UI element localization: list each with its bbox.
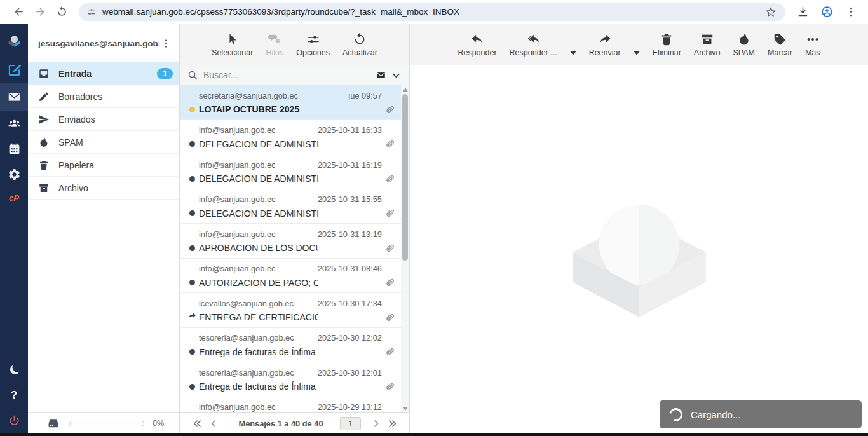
pagination-summary: Mensajes 1 a 40 de 40 bbox=[222, 419, 340, 428]
folder-item[interactable]: Enviados bbox=[28, 108, 179, 131]
trash-icon bbox=[38, 159, 50, 171]
reply-all-menu-button[interactable] bbox=[570, 50, 576, 55]
star-icon bbox=[765, 6, 776, 18]
folder-item[interactable]: SPAM bbox=[28, 131, 179, 154]
message-row[interactable]: info@sanjuan.gob.ec 2025-10-31 08:46 AUT… bbox=[180, 259, 401, 294]
scroll-up-button[interactable] bbox=[403, 88, 408, 92]
search-scope-button[interactable] bbox=[372, 68, 389, 82]
delete-button[interactable]: Eliminar bbox=[653, 32, 681, 57]
forward-menu-button[interactable] bbox=[634, 50, 640, 55]
threads-button[interactable]: Hilos bbox=[266, 32, 283, 57]
select-button[interactable]: Seleccionar bbox=[212, 32, 253, 57]
more-button[interactable]: Más bbox=[805, 32, 820, 57]
search-icon bbox=[187, 70, 198, 81]
bookmark-button[interactable] bbox=[761, 4, 780, 20]
rail-settings-button[interactable] bbox=[0, 161, 28, 187]
help-button[interactable]: ? bbox=[0, 383, 28, 408]
download-button[interactable] bbox=[793, 3, 812, 22]
folder-item[interactable]: Papelera bbox=[28, 154, 179, 177]
message-status bbox=[185, 379, 199, 394]
first-page-button[interactable] bbox=[189, 416, 205, 431]
list-scrollbar bbox=[401, 85, 409, 413]
message-row[interactable]: tesoreria@sanjuan.gob.ec 2025-10-30 12:0… bbox=[180, 328, 401, 363]
quota-bar: 0% bbox=[28, 412, 179, 433]
rail-contacts-button[interactable] bbox=[0, 111, 28, 136]
chevron-left-icon bbox=[209, 419, 219, 428]
folder-item[interactable]: Archivo bbox=[28, 177, 179, 200]
forward-icon bbox=[34, 6, 46, 18]
forwarded-icon bbox=[187, 311, 197, 324]
message-row[interactable]: tesoreria@sanjuan.gob.ec 2025-10-30 12:0… bbox=[180, 362, 401, 397]
back-button[interactable] bbox=[8, 3, 29, 22]
refresh-button[interactable]: Actualizar bbox=[342, 32, 377, 57]
message-sender: info@sanjuan.gob.ec bbox=[199, 158, 318, 171]
message-row[interactable]: secretaria@sanjuan.gob.ec jue 09:57 LOTA… bbox=[180, 85, 401, 120]
unread-dot bbox=[189, 384, 195, 390]
options-button[interactable]: Opciones bbox=[296, 32, 330, 57]
folder-item[interactable]: Entrada 1 bbox=[28, 62, 179, 85]
message-subject: LOTAIP OCTUBRE 2025 bbox=[199, 102, 348, 117]
search-input[interactable] bbox=[203, 70, 372, 80]
rail-mail-button[interactable] bbox=[0, 83, 28, 111]
scrollbar-thumb[interactable] bbox=[402, 94, 408, 261]
inbox-icon bbox=[38, 67, 50, 79]
paperclip-icon bbox=[384, 173, 396, 185]
logout-button[interactable] bbox=[0, 408, 28, 433]
reply-all-button[interactable]: Responder ... bbox=[510, 32, 557, 57]
roundcube-logo-icon[interactable] bbox=[0, 24, 28, 57]
message-status bbox=[185, 171, 199, 186]
page-number-input[interactable]: 1 bbox=[340, 417, 361, 430]
message-sender: lcevallos@sanjuan.gob.ec bbox=[199, 297, 318, 310]
rail-calendar-button[interactable] bbox=[0, 136, 28, 161]
threads-icon bbox=[268, 32, 281, 46]
next-page-button[interactable] bbox=[367, 416, 384, 431]
chrome-actions bbox=[793, 3, 860, 22]
watermark-cube-icon bbox=[571, 181, 708, 317]
account-menu-button[interactable] bbox=[159, 35, 173, 51]
cpanel-logo-icon[interactable]: cP bbox=[0, 187, 28, 208]
address-bar[interactable]: webmail.sanjuan.gob.ec/cpsess7753063093/… bbox=[79, 3, 785, 21]
message-row[interactable]: info@sanjuan.gob.ec 2025-10-31 16:19 DEL… bbox=[180, 154, 401, 189]
folder-label: Archivo bbox=[58, 183, 88, 193]
forward-button[interactable] bbox=[29, 3, 51, 22]
compose-button[interactable] bbox=[0, 57, 28, 83]
browser-toolbar: webmail.sanjuan.gob.ec/cpsess7753063093/… bbox=[0, 0, 868, 24]
profile-button[interactable] bbox=[817, 3, 836, 22]
spam-button[interactable]: SPAM bbox=[733, 32, 756, 57]
site-settings-icon[interactable] bbox=[86, 7, 97, 17]
mark-button[interactable]: Marcar bbox=[768, 32, 792, 57]
reply-icon bbox=[470, 32, 484, 46]
reload-button[interactable] bbox=[51, 3, 72, 22]
gear-icon bbox=[8, 168, 21, 181]
reply-all-icon bbox=[526, 32, 540, 46]
message-row[interactable]: info@sanjuan.gob.ec 2025-10-29 13:12 bbox=[180, 397, 401, 414]
folder-label: Enviados bbox=[58, 114, 95, 125]
folder-item[interactable]: Borradores bbox=[28, 85, 179, 108]
message-date: 2025-10-30 12:01 bbox=[318, 366, 398, 379]
message-status bbox=[185, 310, 199, 325]
folder-label: SPAM bbox=[58, 137, 83, 147]
dark-mode-button[interactable] bbox=[0, 357, 28, 383]
compose-icon bbox=[7, 63, 22, 78]
forward-arrow-icon bbox=[598, 32, 612, 46]
message-row[interactable]: info@sanjuan.gob.ec 2025-10-31 13:19 APR… bbox=[180, 224, 401, 259]
attachment-indicator bbox=[318, 310, 398, 325]
browser-menu-button[interactable] bbox=[841, 3, 860, 22]
message-toolbar: Responder Responder ... Reenviar Elimina… bbox=[410, 24, 868, 65]
search-options-button[interactable] bbox=[389, 68, 403, 82]
forward-button-toolbar[interactable]: Reenviar bbox=[589, 32, 621, 57]
url-text[interactable]: webmail.sanjuan.gob.ec/cpsess7753063093/… bbox=[102, 7, 761, 17]
unread-dot bbox=[189, 107, 195, 112]
last-page-button[interactable] bbox=[384, 416, 400, 431]
unread-dot bbox=[189, 349, 195, 355]
prev-page-button[interactable] bbox=[205, 416, 222, 431]
spinner-icon bbox=[667, 405, 685, 424]
reply-button[interactable]: Responder bbox=[458, 32, 496, 57]
message-row[interactable]: info@sanjuan.gob.ec 2025-10-31 16:33 DEL… bbox=[180, 120, 401, 155]
message-row[interactable]: lcevallos@sanjuan.gob.ec 2025-10-30 17:3… bbox=[180, 293, 401, 328]
archive-button[interactable]: Archivo bbox=[694, 32, 721, 57]
scroll-down-button[interactable] bbox=[403, 407, 408, 411]
message-list-pane: Seleccionar Hilos Opciones Actualizar bbox=[180, 24, 410, 433]
message-row[interactable]: info@sanjuan.gob.ec 2025-10-31 15:55 DEL… bbox=[180, 189, 401, 224]
moon-icon bbox=[8, 364, 21, 377]
